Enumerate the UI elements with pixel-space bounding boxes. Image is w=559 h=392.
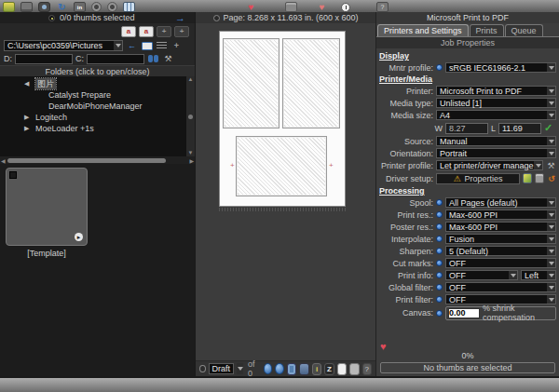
chevron-down-icon[interactable] bbox=[114, 41, 122, 50]
tree-open-icon[interactable]: ◀ bbox=[24, 78, 32, 89]
chevron-down-icon[interactable] bbox=[547, 111, 555, 119]
thumbs-radio-icon[interactable] bbox=[48, 15, 55, 21]
folders-header[interactable]: Folders (click to open/close) bbox=[0, 65, 195, 76]
d-filter-input[interactable] bbox=[15, 54, 73, 64]
tree-closed-icon[interactable]: ▶ bbox=[24, 112, 32, 123]
heart-status-icon[interactable]: ♥ bbox=[380, 341, 387, 352]
tree-item-dearmobi[interactable]: DearMobiPhoneManager bbox=[24, 101, 186, 112]
sharpen-select[interactable]: 5 (Default) bbox=[445, 246, 556, 256]
page-radio-icon[interactable] bbox=[213, 15, 220, 21]
printer-icon[interactable] bbox=[285, 2, 297, 12]
info-dot-icon[interactable] bbox=[436, 284, 443, 291]
favorite-heart-icon[interactable]: ♥ bbox=[245, 2, 257, 12]
quality-radio-icon[interactable] bbox=[199, 365, 206, 372]
info-dot-icon[interactable] bbox=[436, 199, 443, 206]
nav-next-icon[interactable] bbox=[275, 363, 284, 374]
layout-cell-top-left[interactable] bbox=[223, 38, 280, 128]
add-folder-icon[interactable]: + bbox=[170, 40, 183, 51]
info-dot-icon[interactable] bbox=[436, 272, 443, 278]
media-leaf-icon[interactable] bbox=[523, 173, 532, 183]
profile-tools-icon[interactable]: ⚒ bbox=[546, 160, 556, 170]
tab-prints[interactable]: Prints bbox=[470, 24, 504, 36]
info-dot-icon[interactable] bbox=[436, 223, 443, 230]
info-dot-icon[interactable] bbox=[436, 211, 443, 218]
path-combobox[interactable]: C:\Users\pc0359\Pictures bbox=[4, 40, 123, 51]
tree-vertical-scrollbar[interactable]: ▲ ▼ bbox=[186, 76, 195, 156]
info-dot-icon[interactable] bbox=[436, 236, 443, 242]
printer-select[interactable]: Microsoft Print to PDF bbox=[436, 86, 556, 96]
driver-properties-button[interactable]: ⚠ Properties bbox=[436, 173, 520, 184]
layout-cell-bottom[interactable] bbox=[236, 136, 327, 196]
chevron-down-icon[interactable] bbox=[547, 87, 555, 95]
length-input[interactable] bbox=[498, 123, 541, 134]
quality-select[interactable]: Draft bbox=[209, 363, 235, 374]
thumb-badge-icon[interactable]: ▸ bbox=[75, 233, 83, 241]
next-arrow-icon[interactable]: → bbox=[175, 13, 185, 22]
monitor-icon[interactable] bbox=[20, 2, 33, 12]
disc-icon[interactable] bbox=[91, 2, 102, 12]
binoculars-icon[interactable] bbox=[147, 53, 159, 64]
tree-item-catalyst[interactable]: Catalyst Prepare bbox=[24, 89, 186, 101]
cut-marks-select[interactable]: OFF bbox=[445, 258, 556, 268]
home-icon[interactable]: ♥ bbox=[316, 2, 328, 12]
small-printer-icon[interactable] bbox=[535, 173, 544, 183]
c-filter-input[interactable] bbox=[87, 54, 144, 64]
page-canvas[interactable]: + + bbox=[219, 31, 346, 207]
chevron-down-icon[interactable] bbox=[509, 271, 517, 279]
print-info-icon[interactable]: i bbox=[312, 363, 321, 375]
chevron-down-icon[interactable] bbox=[547, 259, 555, 267]
chevron-down-icon[interactable] bbox=[547, 63, 555, 72]
no-thumbs-button[interactable]: No thumbs are selected bbox=[380, 362, 555, 373]
width-input[interactable] bbox=[445, 123, 488, 134]
tree-item-moeloader[interactable]: ▶ MoeLoader +1s bbox=[24, 123, 186, 134]
sync-icon[interactable]: ↻ bbox=[56, 2, 68, 12]
printer-profile-select[interactable]: Let printer/driver manage color bbox=[436, 160, 543, 170]
info-dot-icon[interactable] bbox=[436, 260, 443, 266]
new-page-icon[interactable] bbox=[337, 363, 347, 375]
thumb-small-button[interactable]: a bbox=[121, 26, 136, 37]
chevron-down-icon[interactable] bbox=[547, 295, 555, 304]
template-thumbnail[interactable]: ▸ bbox=[6, 168, 88, 246]
tab-queue[interactable]: Queue bbox=[505, 24, 543, 36]
media-size-select[interactable]: A4 bbox=[436, 110, 556, 120]
info-dot-icon[interactable] bbox=[436, 248, 443, 254]
chevron-down-icon[interactable] bbox=[547, 223, 555, 231]
chevron-down-icon[interactable] bbox=[547, 210, 555, 219]
global-filter-select[interactable]: OFF bbox=[445, 282, 556, 292]
chevron-down-icon[interactable] bbox=[547, 137, 555, 145]
orientation-select[interactable]: Portrait bbox=[436, 148, 556, 158]
list-icon[interactable] bbox=[156, 40, 168, 51]
hscroll-thumb[interactable] bbox=[7, 158, 166, 163]
add-button[interactable]: + bbox=[157, 26, 171, 37]
print-info-position-select[interactable]: Left bbox=[521, 270, 556, 280]
thumb-large-button[interactable]: a bbox=[139, 26, 154, 37]
mntr-profile-select[interactable]: sRGB IEC61966-2.1 bbox=[445, 62, 556, 73]
layout-cell-top-right[interactable] bbox=[282, 38, 340, 128]
copy-page-icon[interactable] bbox=[349, 363, 359, 375]
chevron-down-icon[interactable] bbox=[547, 99, 555, 107]
shrink-compensation-input[interactable] bbox=[448, 308, 480, 318]
source-select[interactable]: Manual bbox=[436, 136, 556, 146]
tree-closed-icon[interactable]: ▶ bbox=[24, 123, 32, 134]
chevron-down-icon[interactable] bbox=[547, 235, 555, 243]
quality-chevron-icon[interactable] bbox=[237, 363, 243, 374]
chevron-down-icon[interactable] bbox=[547, 271, 555, 279]
chevron-down-icon[interactable] bbox=[534, 161, 542, 169]
sort-icon[interactable]: Z bbox=[324, 363, 334, 375]
print-res-select[interactable]: Max-600 PPI bbox=[445, 210, 556, 220]
interpolate-select[interactable]: Fusion bbox=[445, 234, 556, 244]
grid-icon[interactable] bbox=[123, 2, 135, 12]
tree-item-pictures[interactable]: ◀ 图片 bbox=[24, 78, 186, 89]
tools-icon[interactable]: ⚒ bbox=[162, 53, 174, 64]
page-list-icon[interactable] bbox=[287, 363, 296, 375]
info-dot-icon[interactable] bbox=[436, 64, 443, 71]
info-dot-icon[interactable] bbox=[436, 310, 443, 317]
check-icon[interactable]: ✓ bbox=[544, 122, 552, 134]
back-arrow-icon[interactable]: ← bbox=[126, 40, 138, 51]
book-icon[interactable] bbox=[141, 40, 153, 51]
open-folder-icon[interactable] bbox=[3, 2, 15, 12]
chevron-down-icon[interactable] bbox=[547, 198, 555, 207]
tree-horizontal-scrollbar[interactable]: ◀ ▶ bbox=[0, 156, 195, 164]
undo-icon[interactable]: ↺ bbox=[547, 173, 556, 183]
job-folder-icon[interactable] bbox=[299, 363, 308, 375]
